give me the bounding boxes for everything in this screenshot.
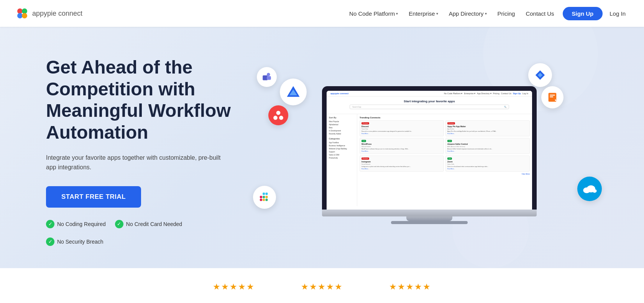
screen-card-amazon: Live Amazon Seller Central AWS (Amazon W… <box>445 138 530 154</box>
screen-card-instagram: Premium Instagram Social Network Instagr… <box>360 156 444 172</box>
svg-point-26 <box>276 111 281 115</box>
screen-card-discord: Premium Discord Team Chat Discord is a c… <box>360 120 444 136</box>
main-nav: No Code Platform ▾ Enterprise ▾ App Dire… <box>345 7 629 20</box>
svg-rect-18 <box>265 193 268 195</box>
screen-sidebar: Sort By Most Popular Alphabetical Beta I… <box>327 114 357 206</box>
svg-point-5 <box>267 73 270 76</box>
svg-point-27 <box>273 116 278 120</box>
svg-point-1 <box>22 8 27 14</box>
chevron-down-icon: ▾ <box>485 11 487 16</box>
star-rating-2: ★★★★★ <box>301 282 343 292</box>
nav-enterprise[interactable]: Enterprise ▾ <box>404 7 442 20</box>
signup-button[interactable]: Sign Up <box>563 7 603 20</box>
nav-no-code-platform[interactable]: No Code Platform ▾ <box>345 7 402 20</box>
nav-app-directory[interactable]: App Directory ▾ <box>444 7 491 20</box>
screen-nav-bar: appypie connect No Code Platform ▾ Enter… <box>327 91 532 97</box>
hero-content: Get Ahead of the Competition with Meanin… <box>46 57 245 246</box>
screen-card-zoom: Live Zoom Video Calls Zoom is a cloud-ba… <box>445 156 530 172</box>
svg-point-0 <box>17 8 23 14</box>
slack-app-icon <box>253 186 276 209</box>
nav-pricing[interactable]: Pricing <box>493 7 520 20</box>
svg-rect-21 <box>263 199 265 201</box>
nav-contact-us[interactable]: Contact Us <box>521 7 559 20</box>
svg-rect-6 <box>267 76 271 80</box>
laptop-mockup: appypie connect No Code Platform ▾ Enter… <box>322 86 537 224</box>
hero-badges: ✓ No Coding Required ✓ No Credit Card Ne… <box>46 220 245 246</box>
hero-illustration: appypie connect No Code Platform ▾ Enter… <box>245 56 613 247</box>
badge-no-coding: ✓ No Coding Required <box>46 220 106 228</box>
asana-app-icon <box>268 105 288 125</box>
svg-point-28 <box>279 116 283 120</box>
star-rating-1: ★★★★★ <box>213 282 255 292</box>
teams-app-icon <box>257 67 277 87</box>
screen-main-content: Trending Connects Premium Discord Team C… <box>357 114 532 206</box>
hero-subtitle: Integrate your favorite apps together wi… <box>46 153 230 172</box>
screen-card-appypie: Premium Appy Pie App Maker App Builder A… <box>445 120 530 136</box>
svg-rect-20 <box>265 196 268 198</box>
check-icon: ✓ <box>46 220 54 228</box>
star-rating-3: ★★★★★ <box>389 282 431 292</box>
laptop-base <box>322 210 537 216</box>
screen-search-bar: Search App 🔍 <box>350 105 509 109</box>
chevron-down-icon: ▾ <box>396 11 398 16</box>
laptop-foot <box>391 221 468 224</box>
svg-point-2 <box>17 13 23 18</box>
svg-point-3 <box>22 13 27 18</box>
search-icon: 🔍 <box>504 106 506 108</box>
jira-app-icon <box>528 63 552 87</box>
svg-point-25 <box>592 189 596 193</box>
artera-app-icon <box>280 79 307 105</box>
stars-section: ★★★★★ ★★★★★ ★★★★★ <box>0 268 644 303</box>
check-icon: ✓ <box>115 220 123 228</box>
hero-title: Get Ahead of the Competition with Meanin… <box>46 57 245 144</box>
svg-rect-17 <box>263 193 265 195</box>
svg-rect-19 <box>263 196 265 198</box>
screen-body: Sort By Most Popular Alphabetical Beta I… <box>327 114 532 206</box>
svg-rect-12 <box>550 95 555 95</box>
svg-rect-13 <box>550 97 553 97</box>
screen-view-more: View More <box>360 173 530 175</box>
hero-section: Get Ahead of the Competition with Meanin… <box>0 27 644 268</box>
start-free-trial-button[interactable]: START FREE TRIAL <box>46 186 141 208</box>
salesforce-app-icon <box>577 177 602 201</box>
laptop-stand <box>406 216 452 221</box>
check-icon: ✓ <box>46 237 54 246</box>
header: appypie connect No Code Platform ▾ Enter… <box>0 0 644 27</box>
chevron-down-icon: ▾ <box>436 11 438 16</box>
login-button[interactable]: Log In <box>606 7 629 20</box>
logo-text: appypie connect <box>32 10 82 18</box>
screen-cards-grid: Premium Discord Team Chat Discord is a c… <box>360 120 530 172</box>
svg-rect-15 <box>260 196 262 198</box>
badge-no-security-breach: ✓ No Security Breach <box>46 237 104 246</box>
svg-rect-16 <box>260 199 262 201</box>
logo[interactable]: appypie connect <box>15 7 82 20</box>
badge-no-credit-card: ✓ No Credit Card Needed <box>115 220 182 228</box>
logo-icon <box>15 7 29 20</box>
screen-card-wordpress: Live WordPress Website Builder WordPress… <box>360 138 444 154</box>
notebook-app-icon <box>541 86 564 108</box>
svg-rect-22 <box>265 199 268 201</box>
screen-title-area: Start integrating your favorite apps Sea… <box>327 97 532 114</box>
